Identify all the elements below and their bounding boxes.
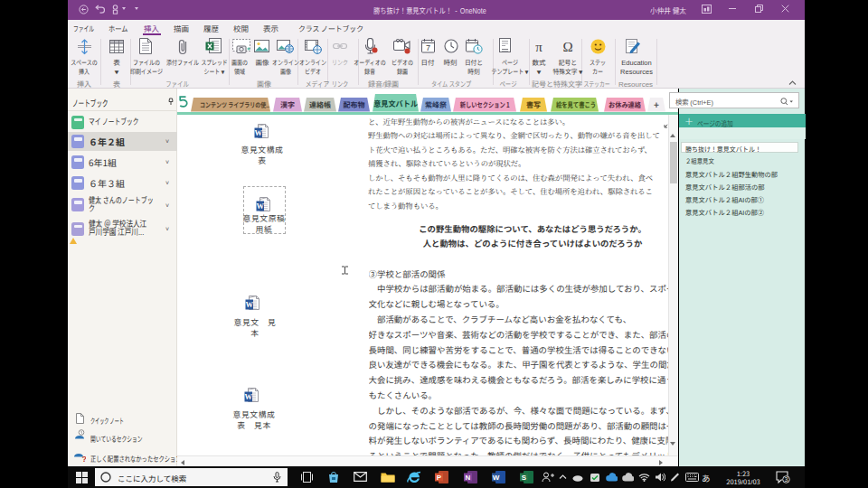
svg-text:Ω: Ω — [562, 40, 572, 54]
svg-text:?: ? — [82, 455, 87, 463]
svg-text:P: P — [437, 474, 442, 482]
svg-text:W: W — [244, 392, 252, 401]
svg-text:N: N — [466, 474, 471, 482]
svg-text:W: W — [245, 300, 253, 309]
svg-text:W: W — [254, 128, 262, 137]
svg-text:π: π — [535, 40, 542, 53]
svg-text:3: 3 — [785, 476, 788, 483]
svg-text:7: 7 — [426, 43, 430, 52]
svg-text:W: W — [493, 474, 500, 482]
svg-text:S: S — [522, 474, 527, 482]
svg-text:W: W — [256, 202, 264, 211]
